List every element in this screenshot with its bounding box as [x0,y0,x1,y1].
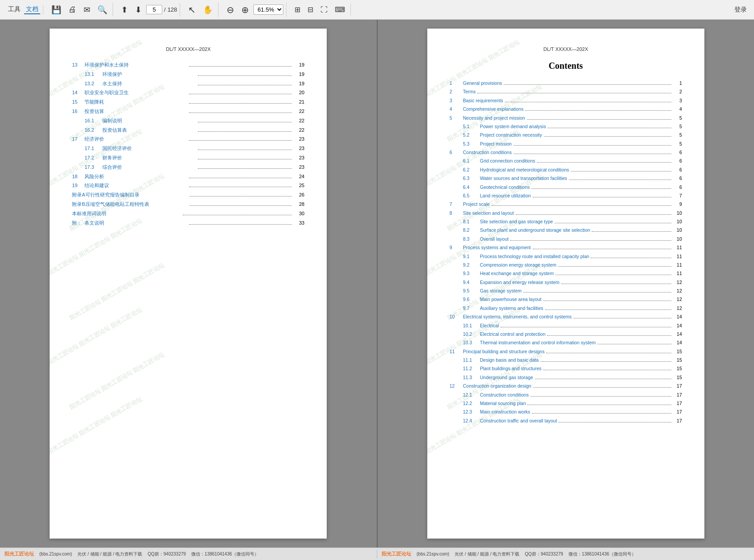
keyboard-button[interactable]: ⌨ [332,4,348,16]
fit-page-button[interactable]: ⊞ [292,4,303,16]
toc-number: 5 [450,114,463,122]
toc-number: 19 [72,181,84,190]
doc-menu[interactable]: 文档 [24,5,40,14]
toc-row: 16投资估算22 [72,107,304,116]
toc-page: 10 [673,209,682,217]
zoom-out-button[interactable]: ⊖ [224,3,237,17]
toc-number: 6.1 [463,157,480,165]
toc-page: 19 [294,70,304,79]
toc-row: 3Basic requirements3 [450,96,682,104]
toc-text: Project construction necessity [480,131,542,139]
page-total: 128 [168,6,177,13]
toc-row: 6Construction conditions6 [450,148,682,156]
toc-row: 7Project scale9 [450,200,682,208]
toc-text: Auxiliary systems and facilities [480,304,543,312]
toc-dots [477,93,671,93]
toc-number: 6 [450,148,463,156]
toc-row: 9.6Main powerhouse area layout12 [450,295,682,303]
right-toc: 1General provisions12Terms23Basic requir… [450,79,682,425]
toc-dots [198,131,292,132]
toc-number: 9.6 [463,295,480,303]
page-input[interactable] [146,5,162,14]
toc-dots [555,223,671,223]
toc-number: 附录B [72,200,85,209]
zoom-in-button[interactable]: ⊕ [239,3,252,17]
status-left-wechat: 微信：13861041436（微信同号） [191,551,259,557]
toc-dots [189,94,292,94]
toc-number: 16 [72,107,84,116]
toc-dots [556,275,671,275]
toc-row: 9.2Compression energy storage system11 [450,261,682,269]
toc-page: 14 [673,322,682,330]
cursor-button[interactable]: ↖ [185,3,198,17]
toc-row: 6.4Geotechnical conditions6 [450,183,682,191]
toc-page: 15 [673,356,682,364]
toc-page: 15 [673,347,682,355]
print-button[interactable]: 🖨 [66,3,79,16]
login-button[interactable]: 登录 [731,4,750,16]
status-left-url: (bbs.21spv.com) [39,552,72,556]
toc-text: 编制说明 [102,117,196,125]
toc-text: Construction traffic and overall layout [480,417,557,425]
toc-dots [510,240,671,241]
fit-width-button[interactable]: ⊟ [305,4,316,16]
toc-row: 9.4Expansion and energy release system12 [450,278,682,286]
toc-row: 1General provisions1 [450,79,682,87]
toc-text: Water sources and transportation facilit… [480,174,567,182]
toc-page: 3 [673,96,682,104]
toc-row: 6.5Land resource utilization7 [450,192,682,200]
toc-text: Construction conditions [480,391,529,399]
toc-number: 12 [450,382,463,390]
toc-row: 10Electrical systems, instruments, and c… [450,313,682,321]
toc-number: 13.1 [84,70,102,79]
toc-text: 压缩空气储能电站工程特性表 [85,200,188,209]
toc-page: 2 [673,88,682,96]
toc-page: 10 [673,226,682,234]
toc-text: Surface plant and underground storage si… [480,226,590,234]
page-separator: / [164,6,166,13]
toc-dots [190,205,292,206]
toc-row: 17经济评价23 [72,135,304,144]
toc-page: 20 [294,88,304,97]
save-button[interactable]: 💾 [49,3,64,17]
toc-dots [504,84,671,85]
toc-number: 9.4 [463,278,480,286]
toc-row: 4Comprehensive explanations4 [450,105,682,113]
toc-row: 5.3Project mission5 [450,140,682,148]
toc-row: 2Terms2 [450,88,682,96]
toc-text: 结论和建议 [84,181,187,190]
toc-page: 11 [673,243,682,251]
next-page-button[interactable]: ⬇ [132,3,144,17]
toc-page: 6 [673,148,682,156]
toc-dots [527,405,671,405]
toc-dots [561,284,671,284]
toc-number: 5.2 [463,131,480,139]
search-button[interactable]: 🔍 [95,3,110,17]
pan-button[interactable]: ✋ [200,3,215,17]
fullscreen-button[interactable]: ⛶ [318,4,330,16]
toc-page: 5 [673,114,682,122]
tools-menu[interactable]: 工具 [6,5,22,14]
toc-page: 5 [673,140,682,148]
toc-text: 环境保护和水土保持 [84,61,187,70]
status-left-qq: QQ群：940233279 [147,551,186,557]
toc-page: 22 [294,126,304,135]
mail-button[interactable]: ✉ [81,3,93,17]
status-right-url: (bbs.21spv.com) [417,552,449,556]
toc-row: 16.2投资估算表22 [72,126,304,135]
toc-dots [591,258,671,258]
toc-number: 10 [450,313,463,321]
prev-page-button[interactable]: ⬆ [118,3,131,17]
toc-dots [533,249,671,249]
toc-dots [559,422,671,422]
toc-number: 2 [450,88,463,96]
toc-text: Construction organization design [463,382,531,390]
zoom-select[interactable]: 61.5% 50% 75% 100% 125% [253,4,283,15]
toc-page: 23 [294,154,304,163]
toc-number: 6.2 [463,166,480,174]
toc-row: 5.1Power system demand analysis5 [450,122,682,130]
toc-page: 6 [673,166,682,174]
toc-dots [592,231,671,232]
toc-page: 6 [673,183,682,191]
toc-dots [183,215,292,215]
